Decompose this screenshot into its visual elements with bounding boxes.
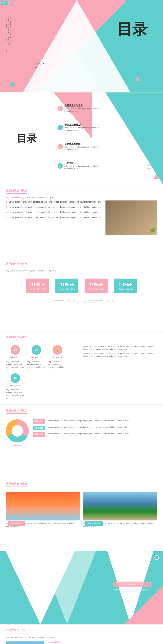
toc-num-3: 03	[58, 144, 63, 150]
sel-badge-1: 选题的意义	[32, 419, 45, 424]
slide-3: 选题的意义与意义 Iady, Latte to live through thi…	[0, 185, 163, 258]
slide-7-overlay-1: 选题的研究覆盖	[8, 522, 25, 526]
slide-7-img-2-wrap: 选内的研究覆盖 Lorem ipsum dolor sit amet, cons…	[84, 492, 157, 528]
slide-8: 02 研究方法及计划 Iady, Latte to live through t…	[0, 551, 163, 624]
toc-deco-circle	[147, 164, 152, 169]
stat-num-4: 10%+	[118, 282, 133, 288]
toc-desc-4: Iady, Latte to live through this day, an…	[64, 165, 103, 170]
toc-item-3: 03 研究成果及范围 Iady, Latte to live through t…	[58, 142, 103, 151]
toc-item-4: 04 研究文献 Iady, Latte to live through this…	[58, 162, 103, 170]
sel-badge-3: 选题的意义	[32, 432, 45, 436]
gear-item-3: 💡 输入标题文本 Iady, Latte to live through thi…	[48, 345, 67, 372]
slide-5-right-text2: Lorem ipsum dolor sit amet, consectetur …	[84, 352, 157, 358]
stat-label-3: YOUR TITLE HERE	[88, 288, 104, 290]
bullet-dot-2	[6, 206, 7, 208]
slide-5-title: 选题的意义与意义	[6, 336, 27, 340]
pie-label-center: 选题的意义	[12, 444, 22, 447]
toc-bg-teal	[106, 92, 163, 184]
toc-content-1: 选题的意义与意义 Iady, Latte to live through thi…	[64, 104, 103, 113]
stat-label-4: YOUR TITLE HERE	[118, 288, 133, 290]
toc-content-3: 研究成果及范围 Iady, Latte to live through this…	[64, 142, 103, 151]
deco-triangle-center	[38, 38, 100, 92]
toc-num-4: 04	[58, 163, 63, 169]
bullet-3: Lorem ipsum dolor sit amet, consectetur …	[6, 211, 102, 214]
slide-4-subtitle: Iady, Latte to live through this day, an…	[6, 270, 157, 272]
slide-8-content: 02 研究方法及计划 Iady, Latte to live through t…	[113, 582, 152, 594]
cover-subtitle-area: THE SMART TEMPLATE BE SMART TEMPLATE THE…	[6, 15, 12, 54]
stat-label-2: YOUR TITLE HERE	[59, 288, 74, 290]
bullet-text-4: Lorem ipsum dolor sit amet, consectetur …	[9, 216, 101, 219]
pie-labels: 选题的意义 Lorem ipsum dolor sit amet, consec…	[32, 419, 157, 436]
slide-cover: 演内网 目录 THE SMART TEMPLATE BE SMART TEMPL…	[0, 0, 163, 92]
slide-9-row1: YouR TITLE Lorem ipsum dolor sit amet, c…	[6, 641, 157, 644]
selection-items: 选题的意义 Lorem ipsum dolor sit amet, consec…	[32, 419, 157, 436]
bullet-1: Lorem ipsum dolor sit amet, consectetur …	[6, 200, 102, 203]
click-labels: CLICK TO ADD YOUR CONTENTS CLICK TO ADD …	[46, 299, 116, 303]
slide-4: 选题的意义与意义 Iady, Latte to live through thi…	[0, 258, 163, 331]
gear-item-2: ✉ 输入标题文本 Iady, Latte to live through thi…	[27, 345, 46, 372]
slide-5-right-text: Lorem ipsum dolor sit amet, consectetur …	[84, 345, 157, 351]
stat-num-3: 10%+	[88, 282, 104, 288]
gear-item-4: ⚑ 输入标题文本 Iady, Latte to live through thi…	[6, 373, 25, 400]
gear-item-1: ⚙ 输入标题文本 Iady, Latte to live through thi…	[6, 345, 25, 372]
sel-desc-2: Lorem ipsum dolor sit amet, consectetur …	[47, 426, 130, 428]
slide-6-title: 选题的意义与意义	[6, 409, 27, 414]
toc-title-area: 目录	[0, 92, 54, 184]
toc-num-1: 01	[58, 106, 63, 111]
stat-box-4: 10%+ YOUR TITLE HERE	[114, 278, 137, 293]
slide-3-left: Lorem ipsum dolor sit amet, consectetur …	[6, 200, 102, 235]
sel-item-2: 选题的意义 Lorem ipsum dolor sit amet, consec…	[32, 426, 157, 430]
slide-9-img	[6, 641, 44, 644]
slide-8-text: Iady, Latte to live through this day, an…	[113, 588, 152, 594]
sel-desc-3: Lorem ipsum dolor sit amet, consectetur …	[47, 432, 130, 435]
toc-title-1: 选题的意义与意义	[64, 104, 103, 107]
slide-4-title: 选题的意义与意义	[6, 262, 27, 267]
sel-desc-1: Lorem ipsum dolor sit amet, consectetur …	[47, 419, 130, 422]
gear-label-4: 输入标题文本	[10, 384, 20, 387]
toc-title-2: 研究方法及计划	[64, 123, 103, 126]
bullet-2: Lorem ipsum dolor sit amet, consectetur …	[6, 206, 102, 208]
toc-item-2: 02 研究方法及计划 Iady, Latte to live through t…	[58, 123, 103, 132]
slide-3-image	[106, 200, 157, 235]
slide-8-tri-deco	[146, 555, 152, 560]
slide-7-title: 选题的意义与意义	[6, 482, 27, 487]
pie-chart-area: 选题的意义	[6, 419, 29, 447]
slide-3-subtitle: Iady, Latte to live through this day, an…	[6, 197, 157, 198]
gear-label-1: 输入标题文本	[10, 356, 20, 359]
bullet-dot-3	[6, 212, 7, 213]
bullet-dot-4	[6, 217, 7, 218]
toc-main-title: 目录	[17, 132, 37, 145]
toc-content-2: 研究方法及计划 Iady, Latte to live through this…	[64, 123, 103, 132]
slide-5-grid: ⚙ 输入标题文本 Iady, Latte to live through thi…	[6, 345, 157, 400]
toc-deco-triangle-1	[117, 96, 125, 103]
toc-item-1: 01 选题的意义与意义 Iady, Latte to live through …	[58, 104, 103, 113]
stat-arrow-2: =	[80, 284, 83, 288]
toc-title-4: 研究文献	[64, 162, 103, 165]
sel-badge-2: 选题的意义	[32, 426, 45, 430]
slide-7: 选题的意义与意义 选题的研究覆盖 Lorem ipsum dolor sit a…	[0, 478, 163, 551]
stat-box-1: 10%+ YOUR TITLE HERE	[26, 278, 49, 293]
toc-desc-2: Iady, Latte to live through this day, an…	[64, 126, 103, 132]
toc-title-3: 研究成果及范围	[64, 142, 103, 146]
slide-5-right: Lorem ipsum dolor sit amet, consectetur …	[84, 345, 157, 400]
slide-5: 选题的意义与意义 ⚙ 输入标题文本 Iady, Latte to live th…	[0, 332, 163, 404]
gear-icon-1: ⚙	[10, 345, 20, 355]
slide-9-your-title: YouR TITLE	[48, 641, 157, 644]
toc-desc-1: Iady, Latte to live through this day, an…	[64, 107, 103, 113]
gear-icon-2: ✉	[32, 345, 41, 355]
slide-8-circle	[154, 555, 159, 560]
slide-3-grid: Lorem ipsum dolor sit amet, consectetur …	[6, 200, 157, 235]
gear-desc-1: Iady, Latte to live through this day, an…	[6, 360, 25, 372]
toc-deco-triangle-2	[154, 174, 159, 179]
app-logo: 演内网	[1, 1, 8, 4]
deco-triangle-bottom-left	[10, 81, 15, 86]
pie-chart	[6, 419, 29, 442]
slide-7-overlay-2: 选内的研究覆盖	[85, 522, 102, 526]
slide-toc: 目录 01 选题的意义与意义 Iady, Latte to live throu…	[0, 92, 163, 184]
slide-8-badge-1: 02 研究方法及计划	[113, 582, 152, 588]
click-label-1: CLICK TO ADD YOUR CONTENTS	[46, 299, 78, 303]
stats-row: 10%+ YOUR TITLE HERE = 10%+ YOUR TITLE H…	[6, 275, 157, 297]
slide-9-text-right: YouR TITLE Lorem ipsum dolor sit amet, c…	[48, 641, 157, 644]
stat-arrow-3: =	[110, 284, 112, 288]
deco-triangle-bottom-right	[136, 77, 140, 80]
